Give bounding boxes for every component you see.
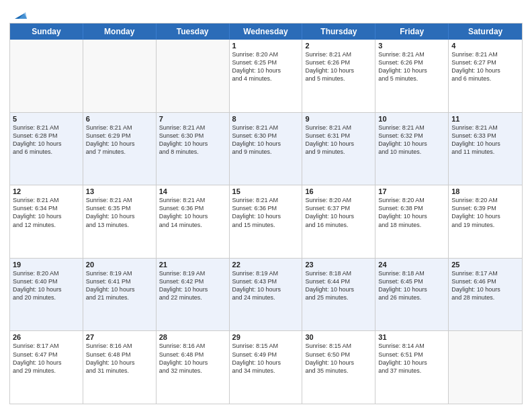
- day-number: 5: [13, 115, 80, 123]
- calendar-cell: 8Sunrise: 8:21 AMSunset: 6:30 PMDaylight…: [230, 113, 303, 185]
- day-info: Sunrise: 8:21 AMSunset: 6:35 PMDaylight:…: [86, 196, 153, 229]
- calendar-cell: [157, 40, 230, 112]
- calendar: SundayMondayTuesdayWednesdayThursdayFrid…: [9, 23, 523, 404]
- day-number: 29: [232, 333, 300, 341]
- calendar-cell: 11Sunrise: 8:21 AMSunset: 6:33 PMDayligh…: [449, 113, 522, 185]
- calendar-cell: 19Sunrise: 8:20 AMSunset: 6:40 PMDayligh…: [10, 259, 83, 331]
- calendar-header-cell: Tuesday: [157, 24, 230, 40]
- calendar-header-cell: Monday: [83, 24, 157, 40]
- day-info: Sunrise: 8:21 AMSunset: 6:30 PMDaylight:…: [159, 124, 226, 156]
- day-number: 30: [305, 333, 372, 341]
- day-info: Sunrise: 8:21 AMSunset: 6:30 PMDaylight:…: [232, 124, 300, 156]
- day-info: Sunrise: 8:15 AMSunset: 6:49 PMDaylight:…: [232, 342, 300, 375]
- svg-marker-1: [19, 12, 27, 19]
- day-info: Sunrise: 8:21 AMSunset: 6:27 PMDaylight:…: [451, 50, 519, 83]
- day-info: Sunrise: 8:21 AMSunset: 6:26 PMDaylight:…: [378, 50, 445, 83]
- calendar-cell: 1Sunrise: 8:20 AMSunset: 6:25 PMDaylight…: [230, 40, 303, 112]
- page: SundayMondayTuesdayWednesdayThursdayFrid…: [0, 0, 532, 411]
- calendar-cell: 25Sunrise: 8:17 AMSunset: 6:46 PMDayligh…: [449, 259, 522, 331]
- day-number: 31: [378, 333, 445, 341]
- day-number: 1: [232, 42, 300, 50]
- calendar-cell: 10Sunrise: 8:21 AMSunset: 6:32 PMDayligh…: [375, 113, 449, 185]
- calendar-row: 12Sunrise: 8:21 AMSunset: 6:34 PMDayligh…: [10, 185, 522, 259]
- calendar-cell: 16Sunrise: 8:20 AMSunset: 6:37 PMDayligh…: [302, 185, 375, 258]
- calendar-row: 1Sunrise: 8:20 AMSunset: 6:25 PMDaylight…: [10, 40, 522, 113]
- day-number: 2: [305, 42, 372, 50]
- day-number: 20: [86, 261, 153, 269]
- day-info: Sunrise: 8:15 AMSunset: 6:50 PMDaylight:…: [305, 342, 372, 375]
- day-info: Sunrise: 8:21 AMSunset: 6:33 PMDaylight:…: [451, 124, 519, 156]
- day-info: Sunrise: 8:17 AMSunset: 6:46 PMDaylight:…: [451, 269, 519, 302]
- day-info: Sunrise: 8:18 AMSunset: 6:45 PMDaylight:…: [378, 269, 445, 302]
- day-info: Sunrise: 8:21 AMSunset: 6:36 PMDaylight:…: [232, 196, 300, 229]
- logo: [9, 7, 27, 20]
- calendar-cell: [83, 40, 157, 112]
- calendar-cell: 14Sunrise: 8:21 AMSunset: 6:36 PMDayligh…: [157, 185, 230, 258]
- calendar-cell: 30Sunrise: 8:15 AMSunset: 6:50 PMDayligh…: [302, 331, 375, 404]
- calendar-cell: 2Sunrise: 8:21 AMSunset: 6:26 PMDaylight…: [302, 40, 375, 112]
- day-number: 15: [232, 187, 300, 195]
- day-info: Sunrise: 8:16 AMSunset: 6:48 PMDaylight:…: [159, 342, 226, 375]
- calendar-row: 26Sunrise: 8:17 AMSunset: 6:47 PMDayligh…: [10, 331, 522, 404]
- calendar-cell: 20Sunrise: 8:19 AMSunset: 6:41 PMDayligh…: [83, 259, 157, 331]
- day-info: Sunrise: 8:21 AMSunset: 6:36 PMDaylight:…: [159, 196, 226, 229]
- day-number: 14: [159, 187, 226, 195]
- day-info: Sunrise: 8:19 AMSunset: 6:41 PMDaylight:…: [86, 269, 153, 302]
- day-info: Sunrise: 8:21 AMSunset: 6:29 PMDaylight:…: [86, 124, 153, 156]
- calendar-cell: 15Sunrise: 8:21 AMSunset: 6:36 PMDayligh…: [230, 185, 303, 258]
- calendar-cell: 17Sunrise: 8:20 AMSunset: 6:38 PMDayligh…: [375, 185, 449, 258]
- calendar-cell: 31Sunrise: 8:14 AMSunset: 6:51 PMDayligh…: [375, 331, 449, 404]
- day-number: 8: [232, 115, 300, 123]
- calendar-header-cell: Wednesday: [230, 24, 303, 40]
- calendar-cell: 22Sunrise: 8:19 AMSunset: 6:43 PMDayligh…: [230, 259, 303, 331]
- day-number: 22: [232, 261, 300, 269]
- day-number: 18: [451, 187, 519, 195]
- day-number: 7: [159, 115, 226, 123]
- day-info: Sunrise: 8:21 AMSunset: 6:34 PMDaylight:…: [13, 196, 80, 229]
- day-number: 27: [86, 333, 153, 341]
- calendar-cell: 29Sunrise: 8:15 AMSunset: 6:49 PMDayligh…: [230, 331, 303, 404]
- logo-icon: [12, 7, 27, 21]
- calendar-cell: 18Sunrise: 8:20 AMSunset: 6:39 PMDayligh…: [449, 185, 522, 258]
- calendar-header-cell: Thursday: [302, 24, 375, 40]
- calendar-header-row: SundayMondayTuesdayWednesdayThursdayFrid…: [10, 24, 522, 40]
- day-info: Sunrise: 8:18 AMSunset: 6:44 PMDaylight:…: [305, 269, 372, 302]
- header: [9, 7, 523, 20]
- day-info: Sunrise: 8:20 AMSunset: 6:40 PMDaylight:…: [13, 269, 80, 302]
- day-info: Sunrise: 8:21 AMSunset: 6:26 PMDaylight:…: [305, 50, 372, 83]
- calendar-row: 5Sunrise: 8:21 AMSunset: 6:28 PMDaylight…: [10, 113, 522, 186]
- day-number: 24: [378, 261, 445, 269]
- day-number: 26: [13, 333, 80, 341]
- calendar-cell: 5Sunrise: 8:21 AMSunset: 6:28 PMDaylight…: [10, 113, 83, 185]
- calendar-cell: 12Sunrise: 8:21 AMSunset: 6:34 PMDayligh…: [10, 185, 83, 258]
- day-info: Sunrise: 8:20 AMSunset: 6:38 PMDaylight:…: [378, 196, 445, 229]
- day-info: Sunrise: 8:19 AMSunset: 6:42 PMDaylight:…: [159, 269, 226, 302]
- day-number: 17: [378, 187, 445, 195]
- calendar-cell: [449, 331, 522, 404]
- calendar-header-cell: Saturday: [449, 24, 522, 40]
- calendar-cell: [10, 40, 83, 112]
- day-info: Sunrise: 8:17 AMSunset: 6:47 PMDaylight:…: [13, 342, 80, 375]
- day-number: 12: [13, 187, 80, 195]
- day-info: Sunrise: 8:21 AMSunset: 6:31 PMDaylight:…: [305, 124, 372, 156]
- calendar-cell: 21Sunrise: 8:19 AMSunset: 6:42 PMDayligh…: [157, 259, 230, 331]
- day-info: Sunrise: 8:20 AMSunset: 6:25 PMDaylight:…: [232, 50, 300, 83]
- calendar-cell: 4Sunrise: 8:21 AMSunset: 6:27 PMDaylight…: [449, 40, 522, 112]
- calendar-body: 1Sunrise: 8:20 AMSunset: 6:25 PMDaylight…: [10, 40, 522, 404]
- calendar-cell: 3Sunrise: 8:21 AMSunset: 6:26 PMDaylight…: [375, 40, 449, 112]
- day-info: Sunrise: 8:20 AMSunset: 6:39 PMDaylight:…: [451, 196, 519, 229]
- calendar-cell: 26Sunrise: 8:17 AMSunset: 6:47 PMDayligh…: [10, 331, 83, 404]
- calendar-header-cell: Friday: [375, 24, 449, 40]
- day-number: 21: [159, 261, 226, 269]
- day-number: 10: [378, 115, 445, 123]
- calendar-row: 19Sunrise: 8:20 AMSunset: 6:40 PMDayligh…: [10, 259, 522, 332]
- day-number: 28: [159, 333, 226, 341]
- day-number: 9: [305, 115, 372, 123]
- day-info: Sunrise: 8:20 AMSunset: 6:37 PMDaylight:…: [305, 196, 372, 229]
- day-number: 3: [378, 42, 445, 50]
- day-number: 23: [305, 261, 372, 269]
- day-number: 4: [451, 42, 519, 50]
- calendar-cell: 9Sunrise: 8:21 AMSunset: 6:31 PMDaylight…: [302, 113, 375, 185]
- day-number: 25: [451, 261, 519, 269]
- calendar-cell: 13Sunrise: 8:21 AMSunset: 6:35 PMDayligh…: [83, 185, 157, 258]
